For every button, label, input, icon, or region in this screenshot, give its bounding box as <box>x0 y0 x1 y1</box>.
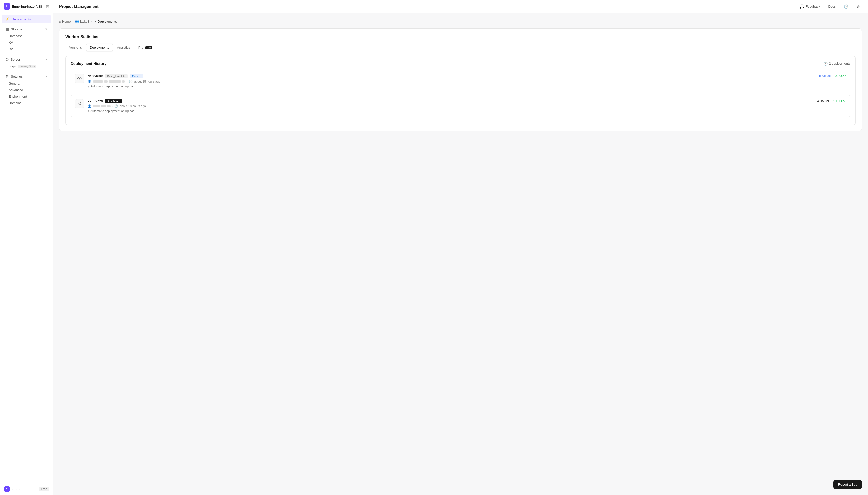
report-bug-button[interactable]: Report a Bug <box>833 480 862 489</box>
breadcrumb-project[interactable]: 👥 jackc3 <box>75 20 89 23</box>
meta-blob-1b <box>104 81 108 83</box>
breadcrumb-current: 〜 Deployments <box>94 19 117 24</box>
feedback-icon: 💬 <box>800 4 804 9</box>
sidebar-item-logs[interactable]: Logs Coming Soon <box>6 63 49 69</box>
sidebar-section-settings-header[interactable]: ⚙ Settings ∨ <box>3 73 49 80</box>
deployment-current-badge-1: Current <box>130 74 144 79</box>
sidebar-section-storage-header[interactable]: ▦ Storage ∨ <box>3 25 49 33</box>
deployment-time-1: about 18 hours ago <box>134 80 160 83</box>
sidebar-section-storage: ▦ Storage ∨ Database KV R2 <box>0 24 53 53</box>
deployment-icon-1: </> <box>75 74 84 83</box>
breadcrumb-home[interactable]: ⌂ Home <box>59 20 71 23</box>
deployment-link-2: 40150799 <box>817 99 830 103</box>
page-title: Project Management <box>59 4 98 9</box>
deployment-percent-2: 100.00% <box>833 99 846 103</box>
user-avatar: 1 <box>3 486 10 493</box>
deployment-info-1: dc0bfe0e Dash_template Current 👤 <box>88 74 819 88</box>
docs-button[interactable]: Docs <box>826 3 838 10</box>
sidebar-section-server-header[interactable]: ⬡ Server ∨ <box>3 56 49 63</box>
feedback-button[interactable]: 💬 Feedback <box>798 3 822 10</box>
user-icon-2: 👤 <box>88 104 91 108</box>
sidebar-item-deployments[interactable]: ⚡ Deployments <box>1 15 51 23</box>
sidebar-item-general-label: General <box>9 82 20 85</box>
content-area: ⌂ Home › 👥 jackc3 › 〜 Deployments Worker… <box>53 13 868 495</box>
deployment-item-2: ↺ 27052bf4 Dashboard 👤 <box>71 95 850 117</box>
tab-analytics[interactable]: Analytics <box>113 44 134 51</box>
deployment-item-1: </> dc0bfe0e Dash_template Current 👤 <box>71 70 850 92</box>
settings-chevron-icon: ∨ <box>45 75 47 78</box>
sidebar-item-domains[interactable]: Domains <box>6 100 49 106</box>
deployment-hash-1: dc0bfe0e <box>88 74 103 78</box>
clock-icon-1: 🕐 <box>129 80 133 83</box>
clock-icon: 🕐 <box>823 62 828 66</box>
deployment-icon-2: ↺ <box>75 99 84 108</box>
sidebar-toggle-button[interactable]: ⊟ <box>46 4 49 9</box>
tab-deployments[interactable]: Deployments <box>86 44 113 51</box>
meta-blob-1a <box>93 81 103 83</box>
workspace-info[interactable]: L lingering-haze-fa88 <box>3 3 42 10</box>
breadcrumb-sep-1: › <box>72 20 73 23</box>
deployment-link-1[interactable]: bff0ea3c <box>819 74 831 78</box>
deployment-tag-1: Dash_template <box>105 74 128 78</box>
meta-dot-1: · <box>127 80 127 83</box>
history-icon: 🕐 <box>844 4 849 9</box>
sidebar-item-database[interactable]: Database <box>6 33 49 39</box>
server-icon: ⬡ <box>5 57 9 61</box>
tab-pro[interactable]: Pro Pro <box>135 44 156 51</box>
sidebar-item-kv[interactable]: KV <box>6 39 49 46</box>
sidebar-section-settings-label: Settings <box>11 75 23 79</box>
sidebar-item-advanced[interactable]: Advanced <box>6 87 49 93</box>
deployment-history-header: Deployment History 🕐 2 deployments <box>71 61 850 66</box>
sidebar-item-deployments-label: Deployments <box>12 17 31 21</box>
tab-analytics-label: Analytics <box>117 46 130 49</box>
meta-blob-2b <box>101 105 106 107</box>
sidebar-item-r2-label: R2 <box>9 47 13 51</box>
tab-versions[interactable]: Versions <box>65 44 86 51</box>
footer-decorative: · · · · · · <box>12 488 37 491</box>
deployment-time-2: about 18 hours ago <box>120 104 146 108</box>
deployments-breadcrumb-icon: 〜 <box>94 19 97 24</box>
feedback-label: Feedback <box>806 4 820 8</box>
translate-icon: ⊕ <box>857 4 860 9</box>
main-card: Worker Statistics Versions Deployments A… <box>59 28 862 131</box>
sidebar-section-server-label: Server <box>11 57 20 61</box>
tab-pro-label: Pro <box>138 46 144 49</box>
sidebar-item-general[interactable]: General <box>6 80 49 87</box>
refresh-icon: ↺ <box>78 101 81 106</box>
topbar-actions: 💬 Feedback Docs 🕐 ⊕ <box>798 3 862 10</box>
deployment-message-1: ↑ Automatic deployment on upload. <box>88 85 819 88</box>
tabs-bar: Versions Deployments Analytics Pro Pro <box>65 44 856 51</box>
section-title: Worker Statistics <box>65 35 856 39</box>
tab-versions-label: Versions <box>69 46 82 49</box>
logs-coming-soon-badge: Coming Soon <box>18 65 36 68</box>
project-icon: 👥 <box>75 20 79 23</box>
pro-badge: Pro <box>146 46 152 49</box>
history-button[interactable]: 🕐 <box>842 3 851 10</box>
sidebar-item-r2[interactable]: R2 <box>6 46 49 52</box>
sidebar-item-environment[interactable]: Environment <box>6 93 49 100</box>
deployment-dashboard-badge-2: Dashboard <box>105 99 122 103</box>
deployment-history-title: Deployment History <box>71 61 106 66</box>
deployment-message-text-1: Automatic deployment on upload. <box>90 85 135 88</box>
workspace-name: lingering-haze-fa88 <box>12 4 42 8</box>
translate-button[interactable]: ⊕ <box>855 3 862 10</box>
upload-icon-1: ↑ <box>88 85 89 88</box>
sidebar-section-storage-label: Storage <box>11 27 22 31</box>
breadcrumb-sep-2: › <box>91 20 92 23</box>
sidebar-header: L lingering-haze-fa88 ⊟ <box>0 0 53 13</box>
tab-deployments-label: Deployments <box>90 46 109 49</box>
upload-icon-2: ↑ <box>88 109 89 113</box>
settings-icon: ⚙ <box>5 74 9 79</box>
meta-dot-2: · <box>112 104 113 108</box>
deployment-message-text-2: Automatic deployment on upload. <box>90 109 135 113</box>
deployment-row1-1: dc0bfe0e Dash_template Current <box>88 74 819 79</box>
deployment-meta-2: 👤 · 🕐 about 18 hours ago <box>88 104 817 108</box>
deployment-history-panel: Deployment History 🕐 2 deployments </> d… <box>65 56 856 125</box>
deployment-count: 🕐 2 deployments <box>823 62 850 66</box>
deployment-row1-2: 27052bf4 Dashboard <box>88 99 817 103</box>
sidebar-section-server: ⬡ Server ∨ Logs Coming Soon <box>0 54 53 71</box>
server-chevron-icon: ∨ <box>45 58 47 61</box>
deployment-meta-1: 👤 · 🕐 about 18 hours ago <box>88 80 819 83</box>
meta-blob-1d <box>122 81 125 83</box>
breadcrumb: ⌂ Home › 👥 jackc3 › 〜 Deployments <box>59 19 862 24</box>
